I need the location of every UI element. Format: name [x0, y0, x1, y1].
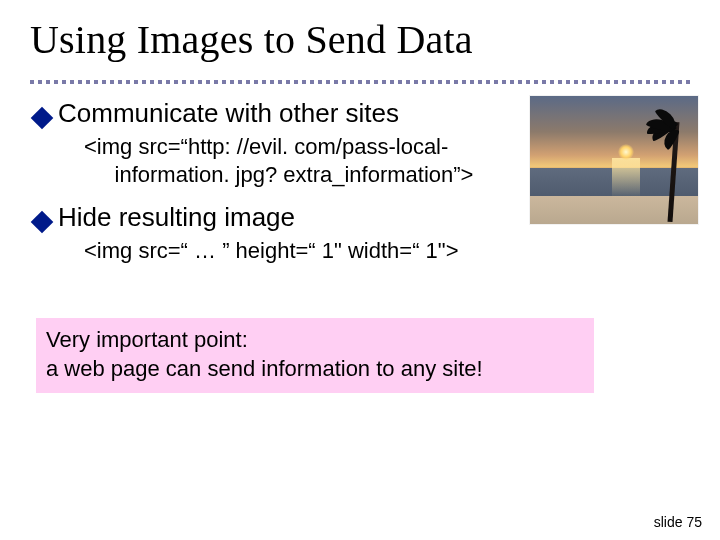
diamond-bullet-icon: [31, 211, 54, 234]
diamond-bullet-icon: [31, 107, 54, 130]
bullet-1-heading: Communicate with other sites: [58, 98, 399, 129]
important-callout: Very important point: a web page can sen…: [36, 318, 594, 393]
slide-number: slide 75: [654, 514, 702, 530]
callout-line-2: a web page can send information to any s…: [46, 355, 584, 384]
slide-title: Using Images to Send Data: [30, 16, 473, 63]
title-divider: [30, 80, 690, 84]
callout-line-1: Very important point:: [46, 326, 584, 355]
slide: Using Images to Send Data Communicate wi…: [0, 0, 720, 540]
sunset-beach-photo: [530, 96, 698, 224]
bullet-2-heading: Hide resulting image: [58, 202, 295, 233]
bullet-2-code: <img src=“ … ” height=“ 1" width=“ 1">: [84, 237, 698, 265]
